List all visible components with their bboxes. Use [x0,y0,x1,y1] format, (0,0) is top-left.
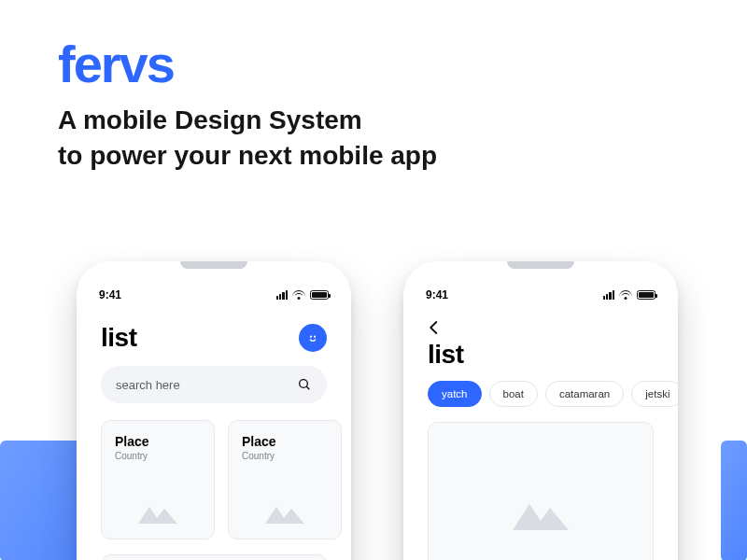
phone-notch [507,261,574,269]
avatar-face-icon [305,330,320,345]
svg-point-0 [306,331,320,345]
chip-label: boat [503,388,524,399]
status-bar: 9:41 [403,286,678,304]
back-button[interactable] [426,319,443,340]
filter-chip-jetski[interactable]: jetski [631,381,678,407]
image-placeholder-icon [511,495,571,536]
card-carousel[interactable]: Place Country Place Country [101,420,351,539]
card-title: Place [242,434,328,449]
page-title: list [428,340,463,370]
status-time: 9:41 [99,288,121,301]
large-place-card[interactable] [428,422,654,560]
search-placeholder: search here [116,378,180,392]
status-time: 9:41 [426,288,448,301]
filter-chip-yatch[interactable]: yatch [428,381,482,407]
page-title: list [101,323,136,353]
wifi-icon [292,290,305,300]
status-bar: 9:41 [77,286,351,304]
battery-icon [637,290,655,300]
decor-gradient-right [721,441,747,560]
card-subtitle: Country [115,451,201,461]
hero-headline-l2: to power your next mobile app [58,138,437,174]
chip-label: yatch [442,388,468,399]
phone-notch [180,261,247,269]
signal-icon [603,290,614,300]
svg-point-2 [314,336,316,338]
filter-chip-boat[interactable]: boat [489,381,538,407]
hero-headline: A mobile Design System to power your nex… [58,103,437,174]
place-card[interactable]: Place Country [228,420,342,539]
svg-point-1 [310,336,312,338]
wide-card-peek[interactable] [101,554,327,560]
chip-label: catamaran [559,388,610,399]
svg-line-4 [306,386,309,389]
filter-chip-catamaran[interactable]: catamaran [545,381,624,407]
chip-label: jetski [645,388,669,399]
chevron-left-icon [426,319,443,336]
place-card[interactable]: Place Country [101,420,215,539]
hero-headline-l1: A mobile Design System [58,103,437,138]
avatar-button[interactable] [299,324,327,352]
card-title: Place [115,434,201,449]
filter-chip-row[interactable]: yatch boat catamaran jetski c [428,381,678,407]
battery-icon [310,290,329,300]
brand-logo: fervs [58,34,174,94]
card-subtitle: Country [242,451,328,461]
phone-mock-list: 9:41 list search here Place Country [77,261,351,560]
search-input[interactable]: search here [101,366,327,403]
phone-mock-filtered-list: 9:41 list yatch boat catamaran jetski c [403,261,678,560]
image-placeholder-icon [229,499,341,525]
signal-icon [276,290,288,300]
svg-point-3 [300,380,308,388]
wifi-icon [619,290,632,300]
image-placeholder-icon [102,499,214,525]
search-icon [297,377,312,392]
